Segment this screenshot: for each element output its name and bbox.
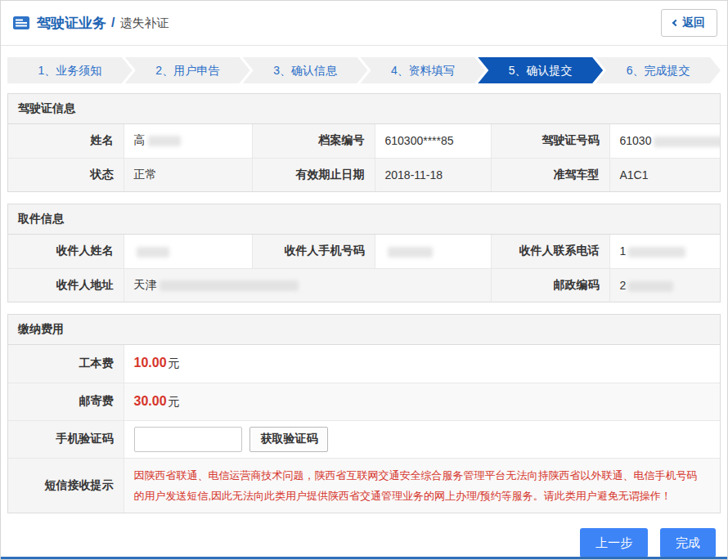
license-number-value: 61030: [609, 124, 720, 158]
pickup-info-table: 收件人姓名 收件人手机号码 收件人联系电话 1 收件人地址 天津 邮政编码 2: [8, 235, 720, 302]
fees-section: 缴纳费用 工本费 10.00元 邮寄费 30.00元 手机验证码 获取验证码: [7, 314, 721, 513]
redacted-blur: [628, 281, 673, 292]
table-row: 状态 正常 有效期止日期 2018-11-18 准驾车型 A1C1: [8, 158, 720, 191]
fees-table: 工本费 10.00元 邮寄费 30.00元 手机验证码 获取验证码 短信接收提: [8, 345, 720, 513]
license-number-label: 驾驶证号码: [491, 124, 609, 158]
vehicle-class-label: 准驾车型: [491, 158, 609, 191]
fee-unit: 元: [169, 395, 180, 408]
postage-fee-amount: 30.00: [134, 394, 167, 408]
sms-notice-cell: 因陕西省联通、电信运营商技术问题，陕西省互联网交通安全综合服务管理平台无法向持陕…: [124, 458, 720, 513]
pickup-info-section-title: 取件信息: [8, 204, 720, 235]
table-row: 邮寄费 30.00元: [8, 383, 720, 420]
recipient-address-value-text: 天津: [134, 278, 157, 291]
name-value: 高: [124, 124, 252, 158]
license-info-table: 姓名 高 档案编号 610300****85 驾驶证号码 61030 状态 正常…: [8, 124, 720, 191]
document-list-icon: [12, 16, 30, 30]
recipient-name-label: 收件人姓名: [8, 235, 124, 268]
driver-license-service-page: 驾驶证业务 / 遗失补证 返回 1、业务须知 2、用户申告 3、确认信息 4、资…: [0, 0, 728, 560]
recipient-phone-label: 收件人联系电话: [491, 235, 609, 268]
step-6-complete-submit[interactable]: 6、完成提交: [595, 57, 721, 83]
postage-fee-value: 30.00元: [124, 383, 720, 420]
step-5-confirm-submit[interactable]: 5、确认提交: [478, 57, 603, 83]
fees-section-title: 缴纳费用: [8, 315, 720, 345]
table-row: 手机验证码 获取验证码: [8, 420, 720, 458]
name-label: 姓名: [8, 124, 124, 158]
table-row: 收件人地址 天津 邮政编码 2: [8, 268, 720, 302]
status-label: 状态: [8, 158, 124, 191]
get-sms-code-button[interactable]: 获取验证码: [249, 427, 328, 452]
recipient-address-value: 天津: [124, 268, 491, 302]
title-divider: /: [111, 16, 115, 30]
recipient-mobile-label: 收件人手机号码: [252, 235, 375, 268]
step-3-confirm-info[interactable]: 3、确认信息: [243, 57, 368, 83]
license-info-section-title: 驾驶证信息: [8, 94, 720, 124]
name-value-text: 高: [134, 133, 146, 146]
postcode-label: 邮政编码: [491, 268, 609, 302]
recipient-phone-value-text: 1: [620, 244, 627, 258]
postage-fee-label: 邮寄费: [8, 383, 124, 420]
sms-notice-text: 因陕西省联通、电信运营商技术问题，陕西省互联网交通安全综合服务管理平台无法向持陕…: [134, 465, 711, 507]
status-value: 正常: [124, 158, 252, 191]
table-row: 姓名 高 档案编号 610300****85 驾驶证号码 61030: [8, 124, 720, 158]
pickup-info-section: 取件信息 收件人姓名 收件人手机号码 收件人联系电话 1 收件人地址 天津 邮政…: [7, 204, 721, 302]
redacted-blur: [148, 136, 181, 146]
step-wizard: 1、业务须知 2、用户申告 3、确认信息 4、资料填写 5、确认提交 6、完成提…: [1, 46, 727, 92]
recipient-name-value: [124, 235, 252, 268]
recipient-phone-value: 1: [609, 235, 720, 268]
file-number-value: 610300****85: [375, 124, 491, 158]
table-row: 短信接收提示 因陕西省联通、电信运营商技术问题，陕西省互联网交通安全综合服务管理…: [8, 458, 720, 513]
sms-code-cell: 获取验证码: [124, 420, 720, 458]
header-bar: 驾驶证业务 / 遗失补证 返回: [1, 1, 727, 46]
page-subtitle: 遗失补证: [119, 16, 169, 31]
table-row: 工本费 10.00元: [8, 345, 720, 383]
redacted-blur: [628, 247, 685, 258]
step-1-business-notice[interactable]: 1、业务须知: [7, 57, 133, 83]
postcode-value: 2: [609, 268, 720, 302]
sms-code-label: 手机验证码: [8, 420, 124, 458]
fee-unit: 元: [169, 356, 180, 370]
previous-step-button[interactable]: 上一步: [580, 528, 648, 558]
production-fee-amount: 10.00: [134, 356, 167, 370]
page-title: 驾驶证业务: [37, 14, 106, 33]
redacted-blur: [654, 137, 720, 147]
header-title-group: 驾驶证业务 / 遗失补证: [12, 14, 169, 33]
step-4-fill-materials[interactable]: 4、资料填写: [360, 57, 485, 83]
file-number-label: 档案编号: [252, 124, 375, 158]
sms-code-input[interactable]: [134, 427, 242, 452]
expiry-date-value: 2018-11-18: [375, 158, 491, 191]
back-button[interactable]: 返回: [661, 9, 717, 37]
redacted-blur: [160, 280, 299, 291]
table-row: 收件人姓名 收件人手机号码 收件人联系电话 1: [8, 235, 720, 268]
license-number-value-text: 61030: [620, 134, 652, 147]
production-fee-value: 10.00元: [124, 345, 720, 383]
back-button-label: 返回: [682, 16, 705, 30]
license-info-section: 驾驶证信息 姓名 高 档案编号 610300****85 驾驶证号码 61030…: [7, 93, 721, 192]
redacted-blur: [137, 247, 169, 258]
chevron-left-icon: [672, 20, 679, 26]
finish-button[interactable]: 完成: [660, 528, 716, 558]
redacted-blur: [388, 247, 433, 258]
expiry-date-label: 有效期止日期: [252, 158, 375, 191]
production-fee-label: 工本费: [8, 345, 124, 383]
recipient-mobile-value: [375, 235, 491, 268]
footer-actions: 上一步 完成: [1, 523, 727, 560]
vehicle-class-value: A1C1: [609, 158, 720, 191]
step-2-user-declaration[interactable]: 2、用户申告: [125, 57, 250, 83]
postcode-value-text: 2: [620, 279, 627, 292]
recipient-address-label: 收件人地址: [8, 268, 124, 302]
sms-notice-label: 短信接收提示: [8, 458, 124, 513]
footer-accent-line: [1, 557, 727, 559]
